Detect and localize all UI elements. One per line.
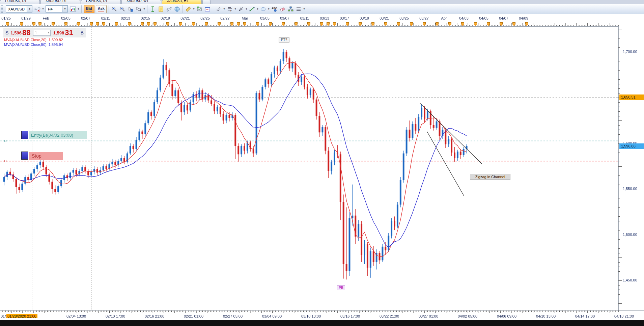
cursor-date-label: 01/28/2020 21:00 xyxy=(6,314,37,318)
taskbar-window-segment[interactable] xyxy=(23,321,212,325)
timeframe-combo[interactable]: H4 ▾ xyxy=(46,5,68,12)
measure-ruler-icon[interactable] xyxy=(185,5,192,13)
chart-tab-strip: EUR/USD, D1XAU/USD, D1GBP/USD, D1XAU/USD… xyxy=(0,0,644,4)
entry-annotation-label[interactable]: Entry(B)(04/02 03:08) xyxy=(29,131,87,139)
chart-tab-label: EUR/USD, D1 xyxy=(5,0,26,3)
ask-underline xyxy=(98,11,104,11)
taskbar-highlight-segment[interactable] xyxy=(331,321,358,325)
zoom-in-icon[interactable] xyxy=(111,5,118,13)
unlink-icon[interactable] xyxy=(34,5,41,13)
top-axis-date-label: Mar xyxy=(242,16,248,20)
current-price-badge: 1,596.88 xyxy=(619,143,644,149)
chart-tab[interactable]: XAU/USD, W1 xyxy=(121,0,161,4)
top-axis-date-label: 02/13 xyxy=(121,16,130,20)
bottom-axis-date-label: 04/14 17:00 xyxy=(575,314,595,318)
chart-window-icon[interactable] xyxy=(204,5,211,13)
top-axis-date-label: 02/15 xyxy=(141,16,150,20)
top-axis-date-label: Apr xyxy=(441,16,447,20)
toolbar-separator xyxy=(213,5,213,13)
top-axis-date-label: 03/21 xyxy=(380,16,389,20)
bid-button[interactable]: Bid xyxy=(84,5,94,13)
chevron-down-icon[interactable]: ▾ xyxy=(77,7,80,10)
svg-text:F: F xyxy=(230,9,232,12)
top-axis-date-label: 03/25 xyxy=(399,16,409,20)
top-axis-date-label: 02/27 xyxy=(220,16,230,20)
chevron-down-icon[interactable]: ▾ xyxy=(41,7,45,10)
os-taskbar xyxy=(0,320,644,326)
chevron-down-icon[interactable]: ▾ xyxy=(48,31,50,34)
chevron-down-icon[interactable]: ▾ xyxy=(223,7,226,10)
price-axis-label: 1,500.00 xyxy=(623,233,637,237)
chart-tab[interactable]: XAU/USD, H4 xyxy=(162,0,202,4)
toolbar-grip[interactable] xyxy=(1,5,3,13)
list-icon[interactable] xyxy=(295,5,302,13)
globe-icon[interactable] xyxy=(173,5,181,13)
top-axis-date-label: 01/25 xyxy=(1,16,11,20)
chart-type-icon[interactable] xyxy=(69,5,77,13)
fib-levels-icon[interactable]: F xyxy=(226,5,233,13)
sell-price-big[interactable]: 88 xyxy=(22,29,30,36)
chart-tab-label: XAU/USD, D1 xyxy=(46,0,67,3)
top-axis-date-label: 03/27 xyxy=(419,16,429,20)
trendline-icon[interactable] xyxy=(248,5,256,13)
watch-curve-icon[interactable] xyxy=(165,5,173,13)
symbol-combo[interactable]: XAU/USD ▾ xyxy=(6,5,32,12)
buy-side-label: B xyxy=(81,30,84,35)
zoom-out-icon[interactable] xyxy=(119,5,126,13)
top-axis-date-label: 04/09 xyxy=(519,16,528,20)
chevron-down-icon[interactable]: ▾ xyxy=(234,7,237,10)
chevron-down-icon[interactable]: ▾ xyxy=(27,6,32,12)
top-axis-date-label: 02/05 xyxy=(61,16,71,20)
hierarchy-icon[interactable] xyxy=(287,5,294,13)
top-axis-date-label: 03/11 xyxy=(300,16,309,20)
text-label-icon[interactable]: ABC xyxy=(271,5,278,13)
chevron-down-icon[interactable]: ▾ xyxy=(303,7,306,10)
amount-combo[interactable]: 1 ▾ xyxy=(33,30,50,36)
stop-marker-handle[interactable] xyxy=(21,152,28,160)
toolbar-separator xyxy=(147,5,147,13)
bid-button-label: Bid xyxy=(86,6,92,10)
chart-tab[interactable]: GBP/USD, D1 xyxy=(81,0,121,4)
top-axis-date-label: 04/07 xyxy=(499,16,508,20)
chart-tab[interactable]: EUR/USD, D1 xyxy=(0,0,40,4)
pullback-annotation-label[interactable]: PB xyxy=(337,285,345,290)
top-axis-date-label: 01/29 xyxy=(21,16,31,20)
entry-marker-handle[interactable] xyxy=(21,131,28,139)
ma50-legend: MVA(XAU/USD.Close,50): 1,596.94 xyxy=(4,43,63,47)
cursor-settings-icon[interactable] xyxy=(127,5,134,13)
range-ruler-icon[interactable] xyxy=(149,5,157,13)
top-axis-date-label: 03/17 xyxy=(340,16,349,20)
new-chart-tab[interactable] xyxy=(202,0,211,4)
ask-button[interactable]: Ask xyxy=(96,5,107,13)
chevron-down-icon[interactable]: ▾ xyxy=(143,7,146,10)
bottom-axis-date-label: 02/16 21:00 xyxy=(145,314,164,318)
gann-fork-icon[interactable] xyxy=(237,5,245,13)
bottom-axis-date-label: 02/27 05:00 xyxy=(223,314,243,318)
chart-tab-label: XAU/USD, H4 xyxy=(167,0,188,3)
profit-target-annotation-label[interactable]: PT? xyxy=(279,37,289,43)
svg-text:ABC: ABC xyxy=(272,7,277,10)
chevron-down-icon[interactable]: ▾ xyxy=(192,7,195,10)
bid-underline xyxy=(86,11,92,11)
zigzag-annotation-label[interactable]: Zigzag in Channel xyxy=(470,174,510,180)
chart-tab-label: GBP/USD, D1 xyxy=(86,0,107,3)
ellipse-icon[interactable] xyxy=(259,5,267,13)
chevron-down-icon[interactable]: ▾ xyxy=(267,7,270,10)
candlestick-chart-canvas[interactable] xyxy=(0,0,644,326)
timeframe-combo-value: H4 xyxy=(46,7,62,11)
pitchfork-icon[interactable] xyxy=(215,5,222,13)
add-image-icon[interactable] xyxy=(196,5,203,13)
chart-tab[interactable]: XAU/USD, D1 xyxy=(40,0,80,4)
zoom-box-icon[interactable] xyxy=(135,5,142,13)
note-icon[interactable] xyxy=(157,5,165,13)
bottom-axis-date-label: 02/21 01:00 xyxy=(184,314,203,318)
chevron-down-icon[interactable]: ▾ xyxy=(245,7,248,10)
eraser-icon[interactable] xyxy=(279,5,286,13)
toolbar-separator xyxy=(183,5,183,13)
stop-annotation-label[interactable]: Stop xyxy=(29,152,63,160)
chevron-down-icon[interactable]: ▾ xyxy=(256,7,259,10)
chart-tab-label: XAU/USD, W1 xyxy=(127,0,148,3)
top-axis-date-label: 03/19 xyxy=(360,16,369,20)
chevron-down-icon[interactable]: ▾ xyxy=(62,6,67,12)
buy-price-big[interactable]: 31 xyxy=(65,29,73,36)
